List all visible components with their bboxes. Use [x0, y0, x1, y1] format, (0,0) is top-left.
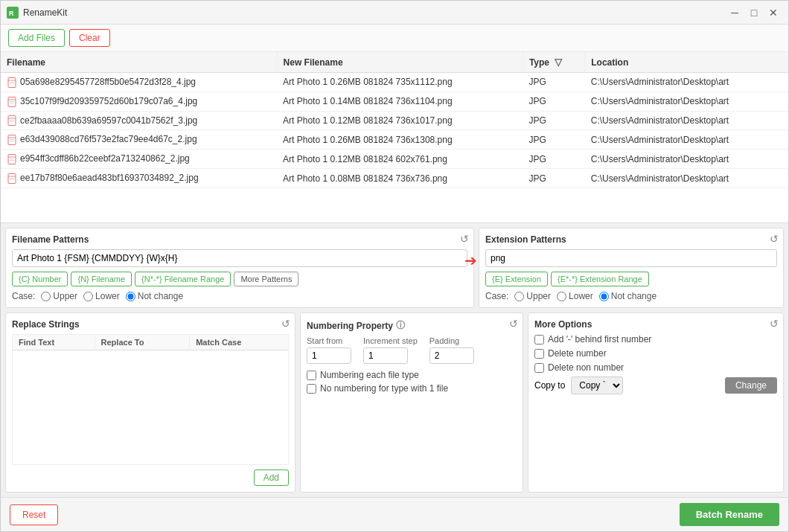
more-options-refresh-button[interactable]: ↺ [770, 318, 779, 330]
file-icon [7, 97, 17, 107]
add-files-button[interactable]: Add Files [8, 29, 65, 47]
numbering-each-file-type-label: Numbering each file type [320, 370, 419, 380]
copy-to-label: Copy to [534, 380, 565, 391]
case-notchange-label[interactable]: Not change [126, 291, 183, 301]
delete-non-number-checkbox[interactable] [534, 363, 544, 373]
filename-tag-button[interactable]: {N} Filename [71, 272, 132, 286]
numbering-each-file-type-checkbox[interactable] [307, 371, 316, 380]
file-table: Filename New Filename Type ▽ Location [1, 52, 788, 188]
minimize-button[interactable]: ─ [726, 5, 744, 20]
extension-pattern-input[interactable] [485, 249, 777, 267]
case-notchange-radio[interactable] [126, 292, 135, 301]
svg-rect-18 [8, 155, 16, 164]
increment-step-input[interactable] [363, 347, 408, 364]
maximize-button[interactable]: □ [745, 5, 763, 20]
add-dash-checkbox[interactable] [534, 335, 544, 344]
more-patterns-button[interactable]: More Patterns [234, 272, 298, 286]
replace-strings-refresh-button[interactable]: ↺ [281, 318, 290, 330]
cell-filename: ee17b78f80e6aead483bf16937034892_2.jpg [1, 169, 277, 188]
info-icon[interactable]: ⓘ [396, 319, 405, 332]
numbering-fields-row: Start from Increment step Padding [307, 336, 517, 364]
svg-rect-22 [8, 173, 16, 183]
copy-to-select[interactable]: Copy ` [571, 376, 623, 394]
cell-filename: e63d439088cd76f573e2fac79ee4d67c_2.jpg [1, 130, 277, 150]
case-upper-label[interactable]: Upper [41, 291, 77, 301]
clear-button[interactable]: Clear [69, 29, 110, 47]
filename-patterns-refresh-button[interactable]: ↺ [460, 233, 469, 245]
filename-case-row: Case: Upper Lower Not change [12, 291, 467, 301]
more-options-title: More Options [534, 319, 777, 330]
match-case-col: Match Case [190, 335, 288, 350]
filename-patterns-title: Filename Patterns [12, 234, 467, 245]
extension-patterns-title: Extension Patterns [485, 234, 777, 245]
padding-input[interactable] [429, 347, 474, 364]
replace-table: Find Text Replace To Match Case [13, 335, 288, 350]
cell-location: C:\Users\Administrator\Desktop\art [585, 92, 788, 111]
col-filename: Filename [1, 52, 277, 73]
file-icon [7, 135, 17, 145]
extension-pattern-buttons: {E} Extension {E*-*} Extension Range [485, 272, 777, 286]
file-icon [7, 77, 17, 88]
svg-text:R: R [9, 10, 14, 17]
reset-button[interactable]: Reset [10, 504, 58, 525]
svg-rect-6 [8, 97, 16, 106]
ext-case-notchange-radio[interactable] [599, 292, 609, 301]
file-icon [7, 173, 17, 184]
table-row: ce2fbaaaa08b639a69597c0041b7562f_3.jpg A… [1, 111, 788, 130]
title-bar-left: R RenameKit [7, 7, 67, 19]
case-upper-radio[interactable] [41, 292, 51, 301]
file-table-body: 05a698e8295457728ff5b0e5472d3f28_4.jpg A… [1, 73, 788, 188]
padding-label: Padding [429, 336, 474, 345]
col-type: Type ▽ [523, 52, 584, 73]
case-lower-label[interactable]: Lower [83, 291, 120, 301]
table-row: e954ff3cdff86b22ceebf2a713240862_2.jpg A… [1, 150, 788, 169]
extension-patterns-refresh-button[interactable]: ↺ [770, 233, 779, 245]
replace-header-row: Find Text Replace To Match Case [13, 335, 288, 350]
filename-patterns-panel: Filename Patterns ↺ {C} Number {N} Filen… [5, 228, 474, 308]
col-new-filename: New Filename [277, 52, 523, 73]
filter-icon[interactable]: ▽ [555, 57, 562, 68]
change-button[interactable]: Change [725, 377, 777, 394]
delete-non-number-label: Delete non number [548, 362, 624, 373]
start-from-input[interactable] [307, 347, 351, 364]
cell-location: C:\Users\Administrator\Desktop\art [585, 169, 788, 188]
delete-number-checkbox[interactable] [534, 349, 544, 359]
app-icon: R [7, 7, 19, 19]
svg-rect-14 [8, 135, 16, 145]
toolbar: Add Files Clear [1, 25, 788, 52]
app-title: RenameKit [23, 7, 67, 18]
extension-range-tag-button[interactable]: {E*-*} Extension Range [551, 272, 649, 286]
table-row: ee17b78f80e6aead483bf16937034892_2.jpg A… [1, 169, 788, 188]
numbering-property-title: Numbering Property ⓘ [307, 319, 517, 332]
start-from-field: Start from [307, 336, 351, 364]
extension-tag-button[interactable]: {E} Extension [485, 272, 548, 286]
cell-type: JPG [523, 73, 584, 92]
no-numbering-for-type-checkbox[interactable] [307, 384, 316, 394]
batch-rename-button[interactable]: Batch Rename [680, 503, 779, 526]
filename-pattern-input[interactable] [12, 249, 467, 267]
numbering-refresh-button[interactable]: ↺ [509, 318, 518, 330]
cell-location: C:\Users\Administrator\Desktop\art [585, 111, 788, 130]
more-options-panel: More Options ↺ Add '-' behind first numb… [528, 313, 784, 493]
find-text-col: Find Text [13, 335, 95, 350]
close-button[interactable]: ✕ [764, 5, 782, 20]
cell-filename: 05a698e8295457728ff5b0e5472d3f28_4.jpg [1, 73, 277, 92]
file-table-area: Filename New Filename Type ▽ Location [1, 52, 788, 223]
cell-new-filename: Art Photo 1 0.08MB 081824 736x736.png [277, 169, 523, 188]
start-from-label: Start from [307, 336, 351, 345]
ext-case-notchange-label[interactable]: Not change [599, 291, 657, 301]
ext-case-upper-label[interactable]: Upper [514, 291, 551, 301]
ext-case-upper-radio[interactable] [514, 292, 524, 301]
replace-table-area: Find Text Replace To Match Case [12, 334, 289, 465]
padding-field: Padding [429, 336, 474, 364]
filename-range-tag-button[interactable]: {N*-*} Filename Range [135, 272, 231, 286]
ext-case-lower-label[interactable]: Lower [557, 291, 593, 301]
number-tag-button[interactable]: {C} Number [12, 272, 68, 286]
file-icon [7, 115, 17, 126]
ext-case-lower-radio[interactable] [557, 292, 566, 301]
case-lower-radio[interactable] [83, 292, 93, 301]
replace-add-button[interactable]: Add [254, 469, 289, 486]
extension-input-wrapper: ➔ [485, 249, 777, 272]
numbering-property-panel: Numbering Property ⓘ ↺ Start from Increm… [300, 313, 523, 493]
pattern-panels-row: Filename Patterns ↺ {C} Number {N} Filen… [5, 228, 784, 308]
